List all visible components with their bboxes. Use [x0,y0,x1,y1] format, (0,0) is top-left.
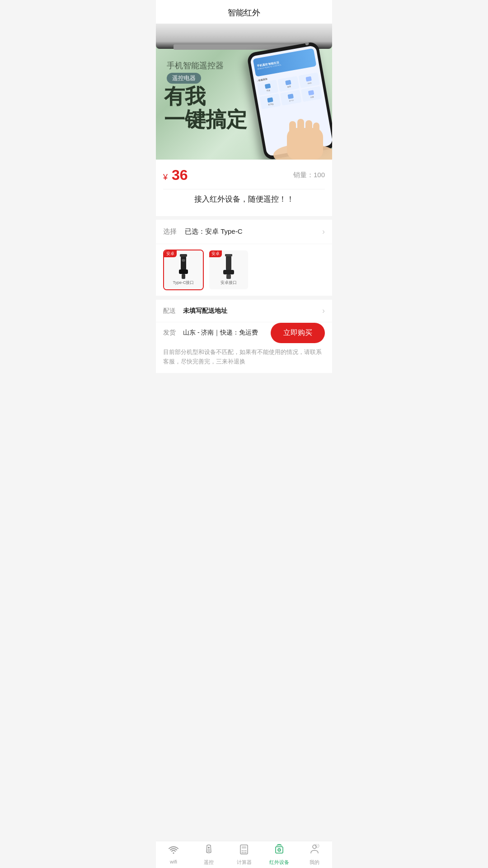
delivery-label: 配送 [163,307,179,315]
hero-banner: 手机智能遥控器 遥控电器 有我 一键搞定 手机遥控 智能生活 MOBILE RE… [156,24,332,160]
hero-big-text: 有我 一键搞定 [164,85,247,131]
delivery-row[interactable]: 配送 未填写配送地址 › [156,300,332,322]
sales-count: 销量：100 [293,171,325,179]
thumbnails-row: 安卓 Type-C接口 安卓 [156,244,332,296]
svg-rect-11 [225,254,232,256]
price-row: ¥ 36 销量：100 [163,167,325,184]
page-header: 智能红外 [156,0,332,24]
hero-badge: 遥控电器 [167,73,201,84]
svg-rect-14 [226,274,231,279]
svg-rect-13 [223,270,234,274]
svg-rect-3 [297,119,304,139]
svg-rect-12 [226,256,231,270]
svg-rect-9 [182,274,185,279]
options-section: 选择 已选：安卓 Type-C › 安卓 Type-C接口 安卓 [156,220,332,296]
usb-type-c-icon [174,254,192,279]
page-title: 智能红外 [228,8,260,17]
svg-rect-5 [313,123,319,140]
thumb-badge-1: 安卓 [164,250,177,257]
delivery-arrow-icon: › [322,306,325,316]
svg-rect-4 [305,120,312,140]
thumb-micro-usb[interactable]: 安卓 安卓接口 [208,250,249,290]
hero-line2: 一键搞定 [164,108,247,131]
option-selector-row[interactable]: 选择 已选：安卓 Type-C › [156,220,332,244]
product-description: 接入红外设备，随便遥控！！ [163,189,325,209]
hand-svg [251,83,332,160]
currency-symbol: ¥ [163,173,168,182]
shipping-label: 发货 [163,329,179,337]
price-display: ¥ 36 [163,167,188,184]
notice-text: 目前部分机型和设备不匹配，如果有不能使用的情况，请联系客服，尽快完善完，三来补退… [156,343,332,373]
hero-line1: 有我 [164,85,247,108]
usb-micro-icon [220,254,238,279]
option-label: 选择 [163,227,181,236]
product-section: ¥ 36 销量：100 接入红外设备，随便遥控！！ [156,160,332,216]
svg-rect-8 [179,269,188,274]
hero-text-top: 手机智能遥控器 [167,60,224,71]
shipping-row: 发货 山东 - 济南｜快递：免运费 立即购买 [156,322,332,343]
svg-rect-2 [289,121,296,139]
price-value: 36 [172,167,188,183]
thumb-label-1: Type-C接口 [173,280,194,286]
thumb-type-c[interactable]: 安卓 Type-C接口 [163,250,204,290]
thumb-label-2: 安卓接口 [221,280,237,286]
delivery-section: 配送 未填写配送地址 › 发货 山东 - 济南｜快递：免运费 立即购买 目前部分… [156,300,332,373]
option-value: 已选：安卓 Type-C [185,227,322,236]
svg-rect-6 [180,254,187,257]
option-arrow-icon: › [322,227,325,236]
svg-rect-7 [181,257,186,269]
phone-mockup-container: 手机遥控 智能生活 MOBILE REMOTE CONTROL ↓ 快速添加 空… [246,47,332,160]
delivery-value: 未填写配送地址 [183,307,322,315]
svg-point-10 [182,259,185,262]
thumb-badge-2: 安卓 [209,250,222,257]
buy-button[interactable]: 立即购买 [271,323,325,343]
